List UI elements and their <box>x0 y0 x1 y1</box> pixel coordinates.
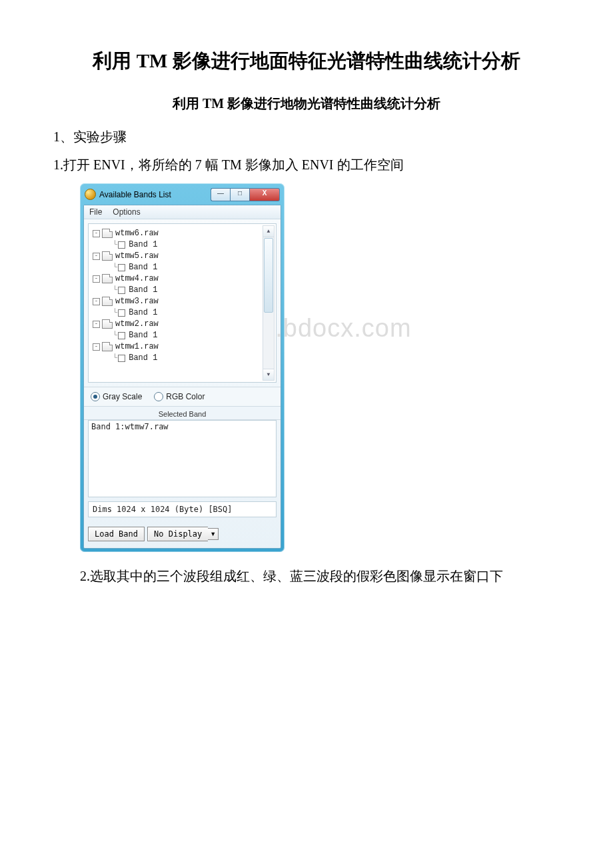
file-name: wtmw5.raw <box>115 251 159 261</box>
band-name: Band 1 <box>129 308 157 317</box>
tree-file-node[interactable]: - wtmw2.raw <box>93 319 273 330</box>
rgb-color-radio[interactable]: RGB Color <box>154 392 205 401</box>
window-title: Available Bands List <box>99 190 211 199</box>
section-heading: 1、实验步骤 <box>53 125 560 149</box>
menu-bar: File Options <box>84 205 281 219</box>
display-dropdown[interactable]: No Display ▼ <box>147 527 219 541</box>
file-name: wtmw2.raw <box>115 319 159 329</box>
tree-branch-icon: └ <box>113 263 117 272</box>
window-titlebar[interactable]: Available Bands List — □ X <box>83 187 281 205</box>
band-name: Band 1 <box>129 285 157 295</box>
tree-branch-icon: └ <box>113 285 117 295</box>
scroll-thumb[interactable] <box>264 238 273 313</box>
band-icon <box>118 309 125 317</box>
bands-tree[interactable]: - wtmw6.raw └ Band 1 - wtmw5.raw └ <box>88 223 277 383</box>
tree-branch-icon: └ <box>113 353 117 363</box>
band-name: Band 1 <box>129 331 157 340</box>
page-title: 利用 TM 影像进行地面特征光谱特性曲线统计分析 <box>53 47 560 76</box>
step-2-text: 2.选取其中的三个波段组成红、绿、蓝三波段的假彩色图像显示在窗口下 <box>53 564 560 588</box>
gray-scale-label: Gray Scale <box>103 392 142 401</box>
display-mode-row: Gray Scale RGB Color <box>84 387 281 407</box>
tree-file-node[interactable]: - wtmw3.raw <box>93 296 273 307</box>
band-name: Band 1 <box>129 240 157 249</box>
tree-file-node[interactable]: - wtmw5.raw <box>93 251 273 262</box>
menu-options[interactable]: Options <box>113 207 140 217</box>
file-name: wtmw1.raw <box>115 342 159 351</box>
page-subtitle: 利用 TM 影像进行地物光谱特性曲线统计分析 <box>53 95 560 113</box>
file-icon <box>102 229 113 238</box>
band-icon <box>118 264 125 271</box>
window-client: File Options - wtmw6.raw └ Band 1 - <box>83 205 281 549</box>
maximize-button[interactable]: □ <box>230 188 250 201</box>
file-name: wtmw4.raw <box>115 274 159 283</box>
tree-band-node[interactable]: └ Band 1 <box>113 330 273 341</box>
minimize-button[interactable]: — <box>211 188 230 201</box>
band-name: Band 1 <box>129 263 157 272</box>
band-name: Band 1 <box>129 353 157 363</box>
tree-branch-icon: └ <box>113 331 117 340</box>
close-button[interactable]: X <box>250 188 280 201</box>
menu-file[interactable]: File <box>89 207 102 217</box>
available-bands-window: www.bdocx.com Available Bands List — □ X… <box>80 183 285 552</box>
tree-band-node[interactable]: └ Band 1 <box>113 307 273 319</box>
file-name: wtmw3.raw <box>115 297 159 306</box>
collapse-icon[interactable]: - <box>93 298 100 305</box>
band-icon <box>118 355 125 362</box>
file-icon <box>102 274 113 283</box>
chevron-down-icon[interactable]: ▼ <box>208 528 219 540</box>
tree-file-node[interactable]: - wtmw6.raw <box>93 228 273 239</box>
band-icon <box>118 287 125 294</box>
tree-file-node[interactable]: - wtmw1.raw <box>93 341 273 353</box>
scroll-up-button[interactable]: ▲ <box>263 226 274 237</box>
tree-band-node[interactable]: └ Band 1 <box>113 262 273 273</box>
tree-band-node[interactable]: └ Band 1 <box>113 353 273 364</box>
band-icon <box>118 332 125 339</box>
collapse-icon[interactable]: - <box>93 230 100 237</box>
dimensions-info: Dims 1024 x 1024 (Byte) [BSQ] <box>88 501 277 517</box>
collapse-icon[interactable]: - <box>93 343 100 351</box>
collapse-icon[interactable]: - <box>93 275 100 283</box>
step-1-text: 1.打开 ENVI，将所给的 7 幅 TM 影像加入 ENVI 的工作空间 <box>53 153 560 177</box>
tree-branch-icon: └ <box>113 240 117 249</box>
collapse-icon[interactable]: - <box>93 321 100 328</box>
gray-scale-radio[interactable]: Gray Scale <box>91 392 142 401</box>
file-icon <box>102 297 113 306</box>
tree-branch-icon: └ <box>113 308 117 317</box>
file-icon <box>102 251 113 261</box>
display-dropdown-label: No Display <box>147 527 208 541</box>
app-icon <box>85 189 96 200</box>
selected-band-heading: Selected Band <box>84 407 281 420</box>
tree-file-node[interactable]: - wtmw4.raw <box>93 273 273 285</box>
tree-scrollbar[interactable]: ▲ ▼ <box>263 225 275 381</box>
rgb-color-label: RGB Color <box>166 392 205 401</box>
collapse-icon[interactable]: - <box>93 253 100 260</box>
file-icon <box>102 319 113 329</box>
band-icon <box>118 241 125 249</box>
file-icon <box>102 342 113 351</box>
tree-band-node[interactable]: └ Band 1 <box>113 239 273 251</box>
button-row: Load Band No Display ▼ <box>84 521 281 548</box>
scroll-down-button[interactable]: ▼ <box>263 369 274 380</box>
selected-band-value: Band 1:wtmw7.raw <box>88 420 277 497</box>
load-band-button[interactable]: Load Band <box>88 527 145 541</box>
file-name: wtmw6.raw <box>115 229 159 238</box>
tree-band-node[interactable]: └ Band 1 <box>113 285 273 296</box>
